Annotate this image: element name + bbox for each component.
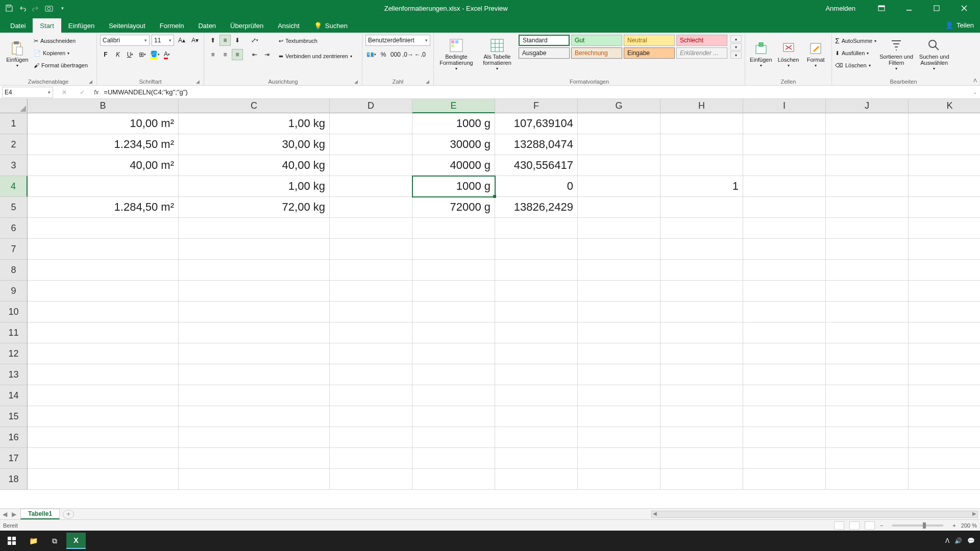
zoom-out-icon[interactable]: − [880, 522, 883, 529]
cell[interactable] [578, 260, 660, 281]
font-name-select[interactable]: Calibri▾ [100, 35, 150, 46]
cell[interactable] [179, 218, 330, 239]
cell[interactable] [578, 448, 660, 469]
expand-formula-bar-icon[interactable]: ⌄ [970, 89, 980, 95]
cell[interactable] [179, 448, 330, 469]
styles-more-icon[interactable]: ▾ [730, 52, 742, 59]
decrease-indent-icon[interactable]: ⇤ [249, 49, 260, 60]
cell[interactable]: 1000 g [412, 113, 495, 134]
row-header[interactable]: 16 [0, 427, 28, 448]
cell[interactable] [578, 218, 660, 239]
row-header[interactable]: 18 [0, 469, 28, 490]
cell[interactable] [330, 218, 412, 239]
orientation-icon[interactable]: ⤢▾ [249, 35, 260, 46]
normal-view-icon[interactable] [834, 521, 844, 530]
new-sheet-button[interactable]: ＋ [63, 510, 74, 519]
cell[interactable] [660, 448, 743, 469]
cell[interactable] [743, 406, 826, 427]
cell[interactable] [412, 302, 495, 322]
cell[interactable] [28, 176, 179, 197]
cell[interactable] [909, 343, 980, 364]
style-eingabe[interactable]: Eingabe [624, 47, 675, 59]
fill-color-button[interactable]: 🪣▾ [149, 49, 160, 60]
align-top-icon[interactable]: ⬆ [207, 35, 218, 46]
number-format-select[interactable]: Benutzerdefiniert▾ [365, 35, 430, 46]
cell[interactable]: 30000 g [412, 134, 495, 155]
row-header[interactable]: 8 [0, 260, 28, 281]
cell[interactable] [330, 197, 412, 218]
row-header[interactable]: 10 [0, 302, 28, 322]
cell[interactable] [330, 113, 412, 134]
paste-button[interactable]: Einfügen▾ [3, 35, 32, 74]
cell[interactable]: 107,639104 [495, 113, 578, 134]
style-erklarend[interactable]: Erklärender ... [676, 47, 727, 59]
cell[interactable] [826, 469, 909, 490]
cell[interactable]: 13288,0474 [495, 134, 578, 155]
cell[interactable] [826, 218, 909, 239]
cell[interactable] [495, 218, 578, 239]
task-view-icon[interactable]: ⧉ [45, 533, 64, 549]
file-explorer-icon[interactable]: 📁 [23, 533, 43, 549]
column-header[interactable]: E [412, 99, 495, 113]
cell[interactable] [909, 218, 980, 239]
column-header[interactable]: C [179, 99, 330, 113]
wrap-text-button[interactable]: ↩Textumbruch [279, 35, 352, 47]
close-icon[interactable] [952, 0, 976, 16]
tab-start[interactable]: Start [33, 18, 61, 33]
cell[interactable] [495, 322, 578, 343]
cell[interactable]: 13826,2429 [495, 197, 578, 218]
cell[interactable] [330, 448, 412, 469]
cell[interactable] [495, 427, 578, 448]
cell[interactable] [743, 197, 826, 218]
cell[interactable] [826, 260, 909, 281]
font-color-button[interactable]: A▾ [161, 49, 173, 60]
page-layout-view-icon[interactable] [849, 521, 860, 530]
cell[interactable] [412, 427, 495, 448]
percent-icon[interactable]: % [378, 49, 389, 60]
page-break-view-icon[interactable] [865, 521, 875, 530]
sheet-tab-tabelle1[interactable]: Tabelle1 [20, 509, 60, 519]
cell[interactable] [412, 469, 495, 490]
cell[interactable] [743, 469, 826, 490]
tab-uberprufen[interactable]: Überprüfen [223, 18, 271, 33]
increase-decimal-icon[interactable]: .0→ [402, 49, 413, 60]
cell[interactable] [909, 239, 980, 260]
cell[interactable] [909, 113, 980, 134]
cell[interactable] [412, 322, 495, 343]
cell[interactable] [826, 113, 909, 134]
cell[interactable] [578, 427, 660, 448]
row-header[interactable]: 4 [0, 176, 28, 197]
cut-button[interactable]: ✂Ausschneiden [34, 35, 88, 47]
cell[interactable] [179, 385, 330, 406]
cell[interactable] [578, 197, 660, 218]
cell[interactable] [743, 385, 826, 406]
cell[interactable] [578, 469, 660, 490]
cell[interactable] [179, 364, 330, 385]
cell[interactable] [28, 302, 179, 322]
row-header[interactable]: 1 [0, 113, 28, 134]
align-right-icon[interactable]: ≡ [232, 49, 243, 60]
cell[interactable] [28, 448, 179, 469]
row-header[interactable]: 14 [0, 385, 28, 406]
style-neutral[interactable]: Neutral [624, 35, 675, 46]
cell[interactable] [826, 406, 909, 427]
redo-icon[interactable] [32, 4, 40, 12]
cell[interactable] [28, 322, 179, 343]
cell[interactable] [578, 113, 660, 134]
style-standard[interactable]: Standard [519, 35, 570, 46]
cell[interactable]: 72,00 kg [179, 197, 330, 218]
increase-indent-icon[interactable]: ⇥ [261, 49, 273, 60]
cell[interactable] [495, 302, 578, 322]
cell[interactable] [330, 469, 412, 490]
cell[interactable] [660, 302, 743, 322]
zoom-in-icon[interactable]: + [952, 522, 955, 529]
cell[interactable]: 40000 g [412, 155, 495, 176]
underline-button[interactable]: U▾ [125, 49, 136, 60]
cell-styles-gallery[interactable]: Standard Gut Neutral Schlecht Ausgabe Be… [519, 35, 727, 59]
cell[interactable] [28, 406, 179, 427]
cell[interactable] [660, 155, 743, 176]
comma-icon[interactable]: 000 [390, 49, 401, 60]
cell[interactable] [578, 406, 660, 427]
tray-volume-icon[interactable]: 🔊 [954, 537, 962, 544]
cell[interactable] [909, 469, 980, 490]
